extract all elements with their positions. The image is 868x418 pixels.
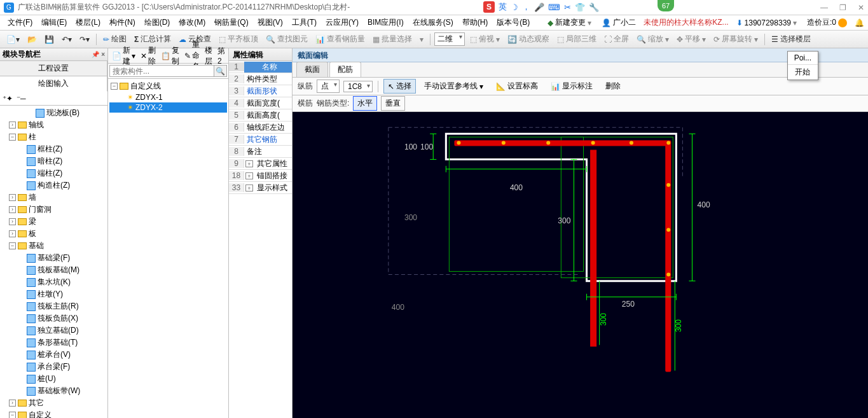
menu-item[interactable]: 钢筋量(Q) [210, 16, 252, 29]
view-rebar-button[interactable]: 📊 查看钢筋量 [313, 32, 368, 46]
property-row[interactable]: 18+锚固搭接 [229, 170, 292, 182]
popup-item-start[interactable]: 开始 [788, 65, 818, 80]
close-button[interactable]: ✕ [858, 3, 864, 12]
tree-item[interactable]: 暗柱(Z) [0, 155, 107, 167]
menu-item[interactable]: 修改(M) [175, 16, 209, 29]
tree-item[interactable]: 桩(U) [0, 373, 107, 385]
menu-item[interactable]: 版本号(B) [493, 16, 534, 29]
tab-section[interactable]: 截面 [296, 62, 328, 77]
nav-tab-draw[interactable]: 绘图输入 [0, 76, 107, 92]
tree-item[interactable]: ›板 [0, 228, 107, 240]
tree-item[interactable]: −自定义 [0, 409, 107, 418]
tree-item[interactable]: ›其它 [0, 397, 107, 409]
drawing-canvas[interactable]: 100 100 400 400 300 300 250 400 300 300 [293, 112, 868, 418]
tree-item[interactable]: 筏板基础(M) [0, 264, 107, 276]
maximize-button[interactable]: ❐ [839, 3, 846, 12]
warning-text[interactable]: 未使用的柱大样名称KZ... [644, 17, 728, 28]
manual-ref-button[interactable]: 手动设置参考线 ▾ [420, 79, 488, 94]
component-item[interactable]: ✴ ZDYX-1 [109, 92, 227, 102]
search-button[interactable]: 🔍 [214, 65, 227, 77]
delete-button[interactable]: 删除 [601, 79, 625, 94]
ime-icon[interactable]: S [483, 1, 495, 13]
menu-item[interactable]: 云应用(Y) [322, 16, 362, 29]
moon-icon[interactable]: ☽ [511, 3, 518, 12]
tree-item[interactable]: 集水坑(K) [0, 276, 107, 288]
tree-item[interactable]: 构造柱(Z) [0, 179, 107, 192]
batch-select-button[interactable]: ▦ 批量选择 [370, 32, 415, 46]
property-row[interactable]: 1名称 [229, 61, 292, 73]
mic-icon[interactable]: 🎤 [534, 3, 544, 12]
tree-item[interactable]: 筏板主筋(R) [0, 300, 107, 312]
tree-item[interactable]: 基础板带(W) [0, 385, 107, 397]
menu-item[interactable]: 绘图(D) [141, 16, 174, 29]
open-button[interactable]: 📂 [25, 34, 39, 45]
wrench-icon[interactable]: 🔧 [589, 3, 599, 12]
select-floor-button[interactable]: ☰ 选择楼层 [769, 32, 813, 46]
keyboard-icon[interactable]: ⌨ [548, 3, 560, 12]
save-button[interactable]: 💾 [42, 34, 57, 45]
notification-badge[interactable]: 67 [658, 0, 674, 11]
fullscreen-button[interactable]: ⛶ 全屏 [602, 32, 631, 46]
property-row[interactable]: 4截面宽度( [229, 97, 292, 109]
dimension-select[interactable]: 二维 [434, 32, 465, 46]
show-dim-button[interactable]: 📊 显示标注 [546, 79, 597, 94]
menu-item[interactable]: 文件(F) [4, 16, 36, 29]
component-item[interactable]: ✴ ZDYX-2 [109, 102, 227, 113]
new-change-button[interactable]: ◆新建变更▾ [545, 16, 594, 29]
undo-button[interactable]: ↶▾ [59, 34, 74, 45]
menu-item[interactable]: 帮助(H) [458, 16, 492, 29]
select-button[interactable]: ↖ 选择 [383, 79, 416, 94]
bell-icon[interactable]: 🔔 [855, 18, 864, 27]
comma-icon[interactable]: ， [522, 1, 530, 13]
tree-item[interactable]: 条形基础(T) [0, 337, 107, 349]
ime-lang[interactable]: 英 [499, 1, 507, 13]
dynamic-view-button[interactable]: 🔄 动态观察 [505, 32, 552, 46]
tree-item[interactable]: ›轴线 [0, 119, 107, 131]
property-row[interactable]: 33+显示样式 [229, 182, 292, 194]
menu-item[interactable]: 在线服务(S) [409, 16, 457, 29]
tab-rebar[interactable]: 配筋 [329, 62, 361, 77]
nav-tab-settings[interactable]: 工程设置 [0, 61, 107, 76]
tree-item[interactable]: 桩承台(V) [0, 349, 107, 361]
set-elevation-button[interactable]: 📐 设置标高 [492, 79, 542, 94]
menu-item[interactable]: BIM应用(I) [364, 16, 408, 29]
phone-label[interactable]: ⬇13907298339▾ [734, 17, 799, 29]
rotate-button[interactable]: ⟳ 屏幕旋转▾ [711, 32, 761, 46]
zoom-button[interactable]: 🔍 缩放▾ [634, 32, 672, 46]
flat-button[interactable]: ⬚ 平齐板顶 [216, 32, 261, 46]
pan-button[interactable]: ✥ 平移▾ [674, 32, 708, 46]
point-select[interactable]: 点 [317, 80, 340, 93]
tree-item[interactable]: −基础 [0, 240, 107, 252]
property-row[interactable]: 6轴线距左边 [229, 122, 292, 134]
property-row[interactable]: 2构件类型 [229, 73, 292, 85]
redo-button[interactable]: ↷▾ [77, 34, 92, 45]
tree-item[interactable]: 现浇板(B) [0, 107, 107, 119]
tree-item[interactable]: ›门窗洞 [0, 204, 107, 216]
spec-select[interactable]: 1C8 [343, 81, 373, 92]
misc-button[interactable]: ▾ [417, 34, 426, 45]
property-row[interactable]: 8备注 [229, 146, 292, 158]
menu-item[interactable]: 编辑(E) [38, 16, 71, 29]
tree-item[interactable]: 端柱(Z) [0, 167, 107, 179]
new-file-button[interactable]: 📄▾ [4, 34, 22, 45]
search-input[interactable] [109, 65, 214, 77]
vertical-toggle[interactable]: 垂直 [381, 96, 405, 111]
ime-tool-icon[interactable]: ✂ [564, 3, 571, 12]
horizontal-toggle[interactable]: 水平 [353, 96, 377, 111]
property-row[interactable]: 7其它钢筋 [229, 134, 292, 146]
menu-item[interactable]: 视图(V) [254, 16, 287, 29]
property-row[interactable]: 9+其它属性 [229, 158, 292, 170]
bird-view-button[interactable]: ⬚ 俯视▾ [467, 32, 502, 46]
popup-item-poi[interactable]: Poi... [788, 52, 818, 65]
local-3d-button[interactable]: ⬚ 局部三维 [555, 32, 599, 46]
tree-item[interactable]: 筏板负筋(X) [0, 312, 107, 324]
menu-item[interactable]: 楼层(L) [72, 16, 104, 29]
tree-item[interactable]: ›墙 [0, 192, 107, 204]
tree-item[interactable]: ›梁 [0, 216, 107, 228]
tree-item[interactable]: 柱墩(Y) [0, 288, 107, 300]
tree-item[interactable]: 承台梁(F) [0, 361, 107, 373]
find-button[interactable]: 🔍 查找图元 [263, 32, 310, 46]
minimize-button[interactable]: — [820, 3, 828, 12]
shirt-icon[interactable]: 👕 [575, 3, 585, 12]
menu-item[interactable]: 工具(T) [288, 16, 320, 29]
